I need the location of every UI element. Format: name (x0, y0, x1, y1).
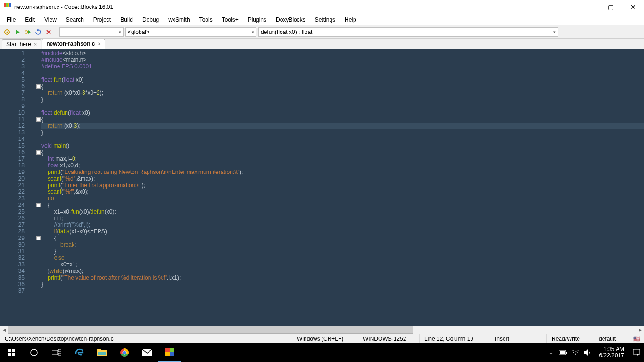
tabbar: Start here×newton-raphson.c× (0, 39, 644, 49)
svg-point-3 (25, 31, 28, 33)
svg-marker-4 (28, 30, 31, 34)
svg-rect-28 (633, 349, 640, 354)
svg-rect-14 (58, 349, 61, 352)
volume-icon[interactable] (584, 349, 591, 356)
titlebar: newton-raphson.c - Code::Blocks 16.01 — … (0, 0, 644, 14)
symbol-dropdown[interactable]: defun(float x0) : float▾ (258, 27, 558, 37)
tab-start-here[interactable]: Start here× (2, 39, 41, 49)
menu-build[interactable]: Build (116, 15, 138, 25)
status-encoding: WINDOWS-1252 (358, 334, 420, 343)
scrollbar-thumb[interactable] (8, 326, 413, 334)
fold-toggle[interactable]: - (36, 203, 41, 207)
statusbar: C:\Users\Xenon\Desktop\newton-raphson.c … (0, 334, 644, 343)
tab-close-icon[interactable]: × (34, 41, 37, 47)
build-run-icon[interactable] (24, 28, 32, 36)
abort-icon[interactable] (44, 28, 53, 36)
battery-icon[interactable] (559, 350, 567, 355)
taskbar-clock[interactable]: 1:35 AM 6/22/2017 (595, 346, 628, 359)
svg-marker-2 (16, 30, 20, 34)
status-cursor-pos: Line 12, Column 19 (420, 334, 490, 343)
file-explorer-icon[interactable] (91, 343, 113, 362)
svg-point-21 (123, 351, 126, 354)
menubar: FileEditViewSearchProjectBuildDebugwxSmi… (0, 14, 644, 25)
menu-doxyblocks[interactable]: DoxyBlocks (271, 15, 310, 25)
svg-rect-18 (98, 352, 106, 355)
gear-icon[interactable] (3, 28, 11, 36)
menu-debug[interactable]: Debug (138, 15, 164, 25)
fold-toggle[interactable]: - (36, 84, 41, 89)
svg-rect-17 (97, 349, 101, 351)
fold-margin: ----- (35, 49, 41, 326)
minimize-button[interactable]: — (581, 0, 595, 14)
svg-point-26 (575, 354, 576, 355)
language-flag-icon[interactable]: 🇺🇸 (629, 336, 644, 342)
scope-dropdown[interactable]: <global>▾ (125, 27, 256, 37)
chrome-icon[interactable] (113, 343, 136, 362)
tab-newton-raphson-c[interactable]: newton-raphson.c× (42, 39, 105, 49)
toolbar: ▾ <global>▾ defun(float x0) : float▾ (0, 25, 644, 39)
svg-rect-9 (12, 349, 15, 352)
tray-chevron-icon[interactable]: ︿ (548, 349, 554, 357)
menu-project[interactable]: Project (89, 15, 116, 25)
svg-rect-10 (8, 353, 11, 356)
menu-edit[interactable]: Edit (20, 15, 40, 25)
fold-toggle[interactable]: - (36, 150, 41, 155)
status-insert-mode: Insert (490, 334, 547, 343)
svg-rect-25 (560, 351, 565, 354)
menu-help[interactable]: Help (340, 15, 361, 25)
windows-taskbar: ︿ 1:35 AM 6/22/2017 (0, 343, 644, 362)
editor-area: 1234567891011121314151617181920212223242… (0, 49, 644, 334)
svg-rect-24 (566, 352, 567, 354)
svg-point-12 (31, 349, 37, 356)
edge-icon[interactable] (68, 343, 91, 362)
run-icon[interactable] (13, 28, 22, 36)
target-dropdown[interactable]: ▾ (59, 27, 124, 37)
menu-wxsmith[interactable]: wxSmith (164, 15, 194, 25)
wifi-icon[interactable] (572, 350, 579, 355)
taskview-icon[interactable] (45, 343, 68, 362)
status-profile: default (594, 334, 629, 343)
action-center-icon[interactable] (633, 349, 640, 356)
tab-close-icon[interactable]: × (98, 41, 100, 47)
svg-point-1 (7, 31, 8, 33)
svg-rect-8 (8, 349, 11, 352)
cortana-icon[interactable] (23, 343, 45, 362)
window-title: newton-raphson.c - Code::Blocks 16.01 (14, 4, 581, 10)
fold-toggle[interactable]: - (36, 236, 41, 240)
maximize-button[interactable]: ▢ (603, 0, 618, 14)
svg-rect-13 (52, 350, 58, 355)
code-editor[interactable]: #include<stdio.h>#include<math.h>#define… (41, 49, 644, 326)
svg-rect-11 (12, 353, 15, 356)
close-button[interactable]: ✕ (626, 0, 640, 14)
svg-marker-27 (584, 349, 588, 356)
codeblocks-taskbar-icon[interactable] (158, 343, 181, 362)
app-icon (4, 3, 11, 11)
menu-view[interactable]: View (40, 15, 61, 25)
menu-file[interactable]: File (2, 15, 20, 25)
menu-settings[interactable]: Settings (310, 15, 340, 25)
horizontal-scrollbar[interactable]: ◂ ▸ (0, 326, 644, 334)
mail-icon[interactable] (136, 343, 158, 362)
fold-toggle[interactable]: - (36, 117, 41, 122)
status-readwrite: Read/Write (547, 334, 594, 343)
status-eol: Windows (CR+LF) (292, 334, 358, 343)
menu-search[interactable]: Search (61, 15, 89, 25)
menu-plugins[interactable]: Plugins (243, 15, 271, 25)
line-number-gutter: 1234567891011121314151617181920212223242… (0, 49, 28, 326)
svg-rect-15 (58, 353, 61, 355)
menu-tools[interactable]: Tools (195, 15, 217, 25)
start-button[interactable] (0, 343, 23, 362)
menu-tools+[interactable]: Tools+ (217, 15, 243, 25)
status-filepath: C:\Users\Xenon\Desktop\newton-raphson.c (0, 334, 292, 343)
bookmark-margin (28, 49, 35, 326)
rebuild-icon[interactable] (34, 28, 42, 36)
